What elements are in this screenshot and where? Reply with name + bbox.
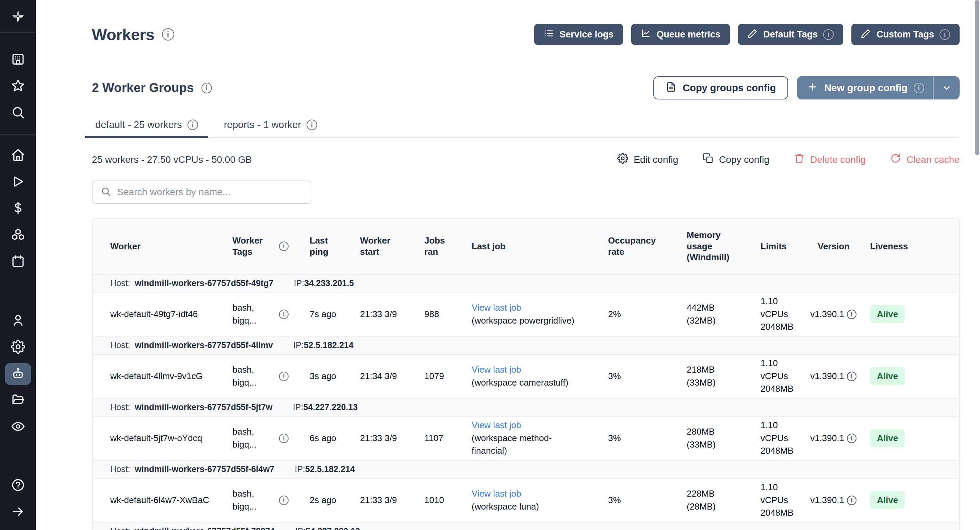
liveness-badge: Alive [870,429,905,448]
host-ip: IP:52.5.182.214 [293,340,353,350]
view-last-job-link[interactable]: View last job [472,302,587,314]
delete-config-button[interactable]: Delete config [794,153,865,166]
occupancy-rate: 3% [590,354,669,398]
chevron-down-icon[interactable] [934,82,959,93]
jobs-ran: 1107 [407,417,454,460]
worker-search[interactable] [92,180,311,204]
sidebar-item-audit-logs[interactable] [5,416,31,438]
list-icon [544,28,554,41]
host-row: Host: windmill-workers-67757d55f-49tg7 I… [92,275,959,292]
info-icon [914,83,924,93]
folder-open-icon [11,393,25,409]
job-workspace: (workspace luna) [472,500,587,513]
sidebar-item-folders[interactable] [5,390,31,412]
info-icon[interactable] [279,496,288,505]
sidebar-item-runs[interactable] [5,171,31,193]
limits: 1.10 vCPUs2048MB [743,479,800,522]
worker-start: 21:33 3/9 [342,417,407,460]
eye-icon [11,419,25,435]
col-occupancy-rate: Occupancy rate [590,219,669,274]
info-icon[interactable] [279,241,288,251]
job-workspace: (workspace powergridlive) [472,314,587,327]
last-ping: 7s ago [292,292,342,336]
tab-default[interactable]: default - 25 workers [92,119,202,137]
new-group-config-button[interactable]: New group config [797,76,959,99]
sidebar-item-workers[interactable] [5,363,31,385]
col-worker: Worker [92,219,215,274]
search-input[interactable] [117,187,302,198]
sidebar-item-workspace[interactable] [5,49,31,71]
view-last-job-link[interactable]: View last job [472,487,587,500]
worker-name: wk-default-4llmv-9v1cG [92,354,215,398]
tab-reports[interactable]: reports - 1 worker [221,119,321,137]
sidebar-item-users[interactable] [5,310,31,332]
sidebar-item-settings[interactable] [5,337,31,358]
default-tags-button[interactable]: Default Tags [738,24,843,45]
host-label: Host: [110,526,130,530]
sidebar-mid-group [0,145,36,278]
calendar-icon [11,254,25,270]
last-ping: 6s ago [292,417,342,460]
jobs-ran: 988 [407,292,454,336]
windmill-logo[interactable] [0,0,36,33]
info-icon[interactable] [279,434,288,443]
host-ip: IP:54.227.220.13 [293,402,358,412]
occupancy-rate: 2% [590,292,669,336]
host-name: windmill-workers-67757d55f-78974 [135,526,275,530]
worker-tags: bash, bigq... [215,417,292,460]
home-icon [11,148,25,163]
info-icon [188,120,198,130]
sidebar-item-schedules[interactable] [5,251,31,273]
worker-row: wk-default-5jt7w-oYdcq bash, bigq... 6s … [92,417,959,461]
table-header-row: Worker Worker Tags Last ping Worker star… [92,219,959,275]
robot-icon [11,366,25,382]
col-worker-start: Worker start [342,219,407,274]
queue-metrics-button[interactable]: Queue metrics [631,24,730,45]
worker-row: wk-default-6l4w7-XwBaC bash, bigq... 2s … [92,479,959,522]
host-label: Host: [110,402,130,412]
memory-usage: 228MB(28MB) [669,479,743,522]
col-memory-usage: Memory usage (Windmill) [669,219,743,274]
sidebar-item-search[interactable] [5,102,31,124]
edit-config-button[interactable]: Edit config [617,153,678,166]
service-logs-button[interactable]: Service logs [534,24,623,45]
sidebar-item-resources[interactable] [5,225,31,246]
workers-info-icon[interactable] [162,28,174,40]
custom-tags-button[interactable]: Custom Tags [851,24,959,45]
memory-usage: 280MB(33MB) [669,417,743,460]
sidebar-item-home[interactable] [5,145,31,166]
host-name: windmill-workers-67757d55f-49tg7 [135,278,273,288]
version: v1.390.1 [800,479,853,522]
file-code-icon [666,81,676,95]
arrow-right-icon [11,504,25,520]
copy-icon [703,153,714,166]
info-icon [823,29,834,40]
col-liveness: Liveness [853,219,924,274]
host-ip: IP:54.227.220.13 [295,526,360,530]
clean-cache-button[interactable]: Clean cache [890,153,959,166]
info-icon[interactable] [279,310,288,319]
memory-usage: 442MB(32MB) [669,292,743,336]
view-last-job-link[interactable]: View last job [472,419,587,432]
copy-config-button[interactable]: Copy config [703,153,769,166]
limits: 1.10 vCPUs2048MB [743,354,800,398]
sidebar-item-spend[interactable] [5,198,31,220]
host-ip: IP:52.5.182.214 [295,464,355,474]
worker-groups-info-icon[interactable] [202,83,212,93]
sidebar-item-help[interactable] [5,475,31,496]
info-icon [940,29,950,40]
worker-row: wk-default-49tg7-idt46 bash, bigq... 7s … [92,292,959,337]
copy-groups-config-button[interactable]: Copy groups config [653,76,788,99]
sidebar-item-favorites[interactable] [5,76,31,97]
view-last-job-link[interactable]: View last job [472,364,587,377]
info-icon[interactable] [279,372,288,381]
last-ping: 2s ago [292,479,342,522]
version: v1.390.1 [800,292,853,336]
table-body: Host: windmill-workers-67757d55f-49tg7 I… [92,275,959,530]
limits: 1.10 vCPUs2048MB [743,417,800,460]
sidebar-item-expand[interactable] [5,501,31,523]
host-name: windmill-workers-67757d55f-4llmv [135,340,273,350]
worker-row: wk-default-4llmv-9v1cG bash, bigq... 3s … [92,354,959,399]
last-job: View last job (workspace luna) [454,479,590,522]
scrollbar[interactable] [975,0,979,155]
